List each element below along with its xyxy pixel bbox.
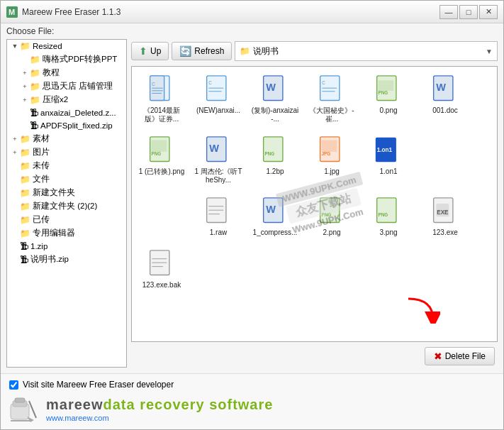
brand-icon — [9, 395, 38, 424]
file-item-raw[interactable]: 1.raw — [193, 193, 244, 240]
file-item-1on1[interactable]: 1.on1 1.on1 — [363, 132, 414, 187]
file-item[interactable]: C 《2014最新版》证券... — [136, 71, 187, 126]
bottom-bar: ✖ Delete File — [131, 345, 498, 368]
tree-item-compress[interactable]: + 📁 压缩x2 — [7, 93, 126, 106]
file-item-exe[interactable]: EXE 123.exe — [420, 193, 471, 240]
file-name: 3.png — [379, 228, 397, 237]
title-bar: M Mareew Free Eraser 1.1.3 — □ ✕ — [1, 1, 503, 23]
file-icon-bak — [146, 248, 177, 280]
file-name: 1.raw — [210, 228, 227, 237]
file-name: 0.png — [379, 106, 397, 115]
svg-rect-20 — [378, 80, 393, 91]
tree-item-shuomingshu-zip[interactable]: 🗜 说明书.zip — [7, 253, 126, 266]
tree-item-anxaizai-del[interactable]: 🗜 anxaizai_Deleted.z... — [7, 106, 126, 119]
file-item[interactable]: C 《大国秘史》- 崔... — [306, 71, 357, 126]
file-panel[interactable]: WWW.9UPK.Com 众友下载站 Www.9UPK.Com — [131, 66, 498, 342]
svg-rect-54 — [15, 398, 25, 402]
up-icon: ⬆ — [139, 45, 147, 57]
file-item[interactable]: PNG 1.2bp — [250, 132, 301, 187]
tree-item-pictures[interactable]: + 📁 图片 — [7, 145, 126, 159]
tree-item-pdf[interactable]: 📁 嗨格式PDF转换PPT — [7, 53, 126, 66]
svg-text:PNG: PNG — [264, 151, 274, 156]
tree-item-yichuan[interactable]: 📁 已传 — [7, 213, 126, 226]
brand-name-colored: data recovery software — [103, 397, 274, 413]
up-button[interactable]: ⬆ Up — [131, 42, 169, 60]
expand-icon: + — [20, 97, 30, 104]
file-icon-word4: W — [259, 196, 291, 227]
delete-icon: ✖ — [434, 351, 442, 362]
svg-text:PNG: PNG — [321, 212, 331, 217]
svg-text:W: W — [209, 143, 219, 154]
file-item[interactable]: W (复制)-anxaizai-... — [250, 71, 301, 126]
file-icon-special: 1.on1 — [373, 135, 404, 166]
file-item[interactable]: W 001.doc — [420, 71, 471, 126]
svg-text:PNG: PNG — [151, 151, 161, 156]
file-name: 1.2bp — [266, 167, 284, 176]
tree-item-new-folder[interactable]: 📁 新建文件夹 — [7, 186, 126, 199]
maximize-button[interactable]: □ — [459, 5, 478, 19]
svg-text:C: C — [152, 82, 155, 87]
svg-rect-28 — [264, 137, 283, 162]
folder-combo[interactable]: 📁 说明书 ▼ — [235, 41, 498, 61]
tree-item-editor[interactable]: 📁 专用编辑器 — [7, 226, 126, 240]
file-icon-jpg: JPG — [316, 135, 347, 166]
svg-text:EXE: EXE — [437, 209, 449, 216]
file-item[interactable]: PNG 1 (已转换).png — [136, 132, 187, 187]
file-item-compress[interactable]: W 1_compress... — [250, 193, 301, 240]
footer-checkbox-row: Visit site Mareew Free Eraser developer — [9, 380, 495, 390]
file-item-bak[interactable]: 123.exe.bak — [136, 246, 187, 292]
refresh-button[interactable]: 🔄 Refresh — [172, 42, 232, 60]
file-item[interactable]: C (NEW)anxai... — [193, 71, 244, 126]
file-icon-doc2: C — [203, 74, 234, 105]
file-name: 2.png — [323, 228, 340, 237]
tree-item-wenjian[interactable]: 📁 文件 — [7, 172, 126, 186]
file-icon-doc: C — [146, 74, 177, 105]
close-button[interactable]: ✕ — [479, 5, 498, 19]
main-area: ▼ 📁 Resized 📁 嗨格式PDF转换PPT + 📁 教程 + 📁 思迅天… — [1, 39, 503, 373]
folder-name: 说明书 — [253, 45, 486, 57]
file-icon-png5: PNG — [373, 196, 404, 227]
right-area: ⬆ Up 🔄 Refresh 📁 说明书 ▼ WWW.9UP — [131, 39, 498, 368]
file-name: 1_compress... — [253, 228, 298, 237]
file-tree-panel[interactable]: ▼ 📁 Resized 📁 嗨格式PDF转换PPT + 📁 教程 + 📁 思迅天… — [6, 39, 127, 368]
file-icon-doc3: C — [316, 74, 347, 105]
expand-icon: + — [20, 70, 30, 77]
tree-item-new-folder-2[interactable]: 📁 新建文件夹 (2)(2) — [7, 199, 126, 213]
file-icon-raw — [203, 196, 234, 227]
file-item-empty2 — [136, 193, 187, 236]
expand-icon: ▼ — [10, 43, 20, 50]
file-item[interactable]: W 1 周杰伦:《听TheShy... — [193, 132, 244, 187]
tree-item-store[interactable]: + 📁 思迅天店 店铺管理 — [7, 79, 126, 93]
svg-text:PNG: PNG — [378, 212, 388, 217]
brand-link[interactable]: www.mareew.com — [46, 414, 109, 422]
file-name: (复制)-anxaizai-... — [251, 106, 299, 123]
minimize-button[interactable]: — — [439, 5, 458, 19]
tree-item-weichuan[interactable]: 📁 未传 — [7, 159, 126, 172]
svg-rect-43 — [377, 198, 396, 223]
visit-site-checkbox[interactable] — [9, 380, 18, 390]
file-name: 123.exe.bak — [142, 281, 181, 290]
tree-item-sucai[interactable]: + 📁 素材 — [7, 132, 126, 145]
file-item[interactable]: PNG 0.png — [363, 71, 414, 126]
svg-text:W: W — [266, 82, 276, 93]
expand-icon: + — [20, 83, 30, 90]
file-item-3png[interactable]: PNG 3.png — [363, 193, 414, 240]
file-name: (NEW)anxai... — [196, 106, 240, 115]
file-item-2png[interactable]: PNG 2.png — [306, 193, 357, 240]
toolbar: ⬆ Up 🔄 Refresh 📁 说明书 ▼ — [131, 39, 498, 63]
file-icon-png2: PNG — [146, 135, 177, 166]
refresh-icon: 🔄 — [179, 45, 191, 57]
tree-item-apdfsplit[interactable]: 🗜 APDFSplit_fixed.zip — [7, 119, 126, 132]
file-icon-png4: PNG — [316, 196, 347, 227]
file-item[interactable]: JPG 1.jpg — [306, 132, 357, 187]
delete-file-button[interactable]: ✖ Delete File — [425, 347, 495, 365]
main-window: M Mareew Free Eraser 1.1.3 — □ ✕ Choose … — [0, 0, 504, 430]
file-name: 001.doc — [432, 106, 458, 115]
tree-item-tutorial[interactable]: + 📁 教程 — [7, 66, 126, 79]
tree-item-resized[interactable]: ▼ 📁 Resized — [7, 40, 126, 53]
file-name: 《2014最新版》证券... — [138, 106, 186, 123]
file-icon-word2: W — [430, 74, 461, 105]
tree-item-1zip[interactable]: 🗜 1.zip — [7, 240, 126, 253]
arrow-indicator — [405, 295, 440, 326]
svg-text:1.on1: 1.on1 — [377, 147, 393, 153]
